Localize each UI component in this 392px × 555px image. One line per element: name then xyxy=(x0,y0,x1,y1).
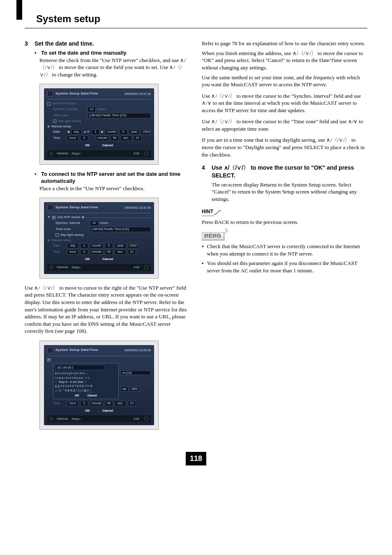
year-label: year xyxy=(115,243,126,249)
sec-value: 21 xyxy=(128,401,136,406)
time-label: Time xyxy=(53,401,65,406)
minute-value: 50 xyxy=(105,249,113,255)
bullet-dot: • xyxy=(35,49,38,57)
tz-value[interactable]: [-08:00] Pacific Time [US] xyxy=(90,227,151,232)
manual-setup-label: Manual setup xyxy=(51,124,71,129)
year-label: year xyxy=(129,129,140,135)
right-p2: When you finish entering the address, us… xyxy=(202,50,367,71)
ntp-body2: Use ∧/〈/∨/〉 to move to cursor to the rig… xyxy=(25,284,190,335)
screen-breadcrumb: System Setup Date/Time xyxy=(55,205,98,210)
step-number: 4 xyxy=(202,164,208,180)
title-rule xyxy=(25,28,367,28)
manual-heading: To set the date and time manually xyxy=(41,49,127,57)
page-title: System setup xyxy=(36,12,367,25)
two-column-layout: 3 Set the date and time. • To set the da… xyxy=(25,40,367,435)
screen-2-inner: System Setup Date/Time 2003/05/01 02:51:… xyxy=(44,202,154,274)
screen-logo-icon xyxy=(47,348,53,353)
hint-label: HINT xyxy=(202,208,214,216)
screen-ok-button[interactable]: OK xyxy=(85,257,90,262)
memo-label: MEMO xyxy=(202,232,224,240)
minute-label: minute xyxy=(96,136,109,141)
foot-time: 0:00 xyxy=(134,417,139,421)
ntp-checkbox-checked[interactable] xyxy=(52,216,55,219)
sec-label: sec. xyxy=(120,136,132,141)
right-p1: Refer to page 78 for an explanation of h… xyxy=(202,40,367,47)
step-4-header: 4 Use ∧/〈/∨/〉 to move the cursor to "OK"… xyxy=(202,164,367,180)
left-column: 3 Set the date and time. • To set the da… xyxy=(25,40,190,435)
char-row-2[interactable]: / o p q r s t u v w x y z . < > xyxy=(55,376,117,380)
tz-partial: ne [US] xyxy=(120,371,151,375)
year-value[interactable]: 2003 xyxy=(141,129,151,135)
character-entry-popup[interactable]: 101.184.80.1 a b c d e f g h i j k l m n… xyxy=(53,363,119,399)
hours-value[interactable]: 12 xyxy=(90,221,98,226)
right-p6: If you are in a time zone that is using … xyxy=(202,136,367,158)
month-value: 5 xyxy=(105,243,113,249)
ear-label: ear xyxy=(120,387,129,391)
screen-cancel-button[interactable]: Cancel xyxy=(102,257,113,262)
address-input[interactable]: 101.184.80.1 xyxy=(55,365,104,370)
screenshot-2: System Setup Date/Time 2003/05/01 02:51:… xyxy=(39,198,159,278)
daylight-checkbox[interactable] xyxy=(55,233,59,237)
char-row-1[interactable]: a b c d e f g h i j k l m n … xyxy=(55,371,117,375)
time-label: Time xyxy=(53,136,65,140)
char-ok-button[interactable]: OK xyxy=(75,394,79,397)
hour-value: 2 xyxy=(80,249,88,255)
step-number: 3 xyxy=(25,40,30,48)
date-label: Date xyxy=(53,130,65,134)
sec-label: sec. xyxy=(115,249,126,255)
char-row-4[interactable]: [( )] 1 2 3 4 5 6 7 8 9 0 = !+ !# xyxy=(55,384,117,388)
time-label: Time xyxy=(53,250,65,254)
pause-icon xyxy=(144,265,148,269)
foot-time: 0:00 xyxy=(134,265,139,269)
foot-time: 0:00 xyxy=(134,152,139,155)
screen-timestamp: 2003/05/01 02:52:58 xyxy=(125,348,151,352)
right-p4: Use ∧/〈/∨/〉 to move the cursor to the "S… xyxy=(202,92,367,114)
foot-track: Allegro xyxy=(71,265,81,269)
tz-value[interactable]: [-08:00] Pacific Time [US] xyxy=(88,113,151,118)
page-number: 118 xyxy=(186,452,206,465)
screen-breadcrumb: System Setup Date/Time xyxy=(55,92,98,96)
use-ntp-label: Use NTP server xyxy=(52,101,76,106)
screen-timestamp: 2003/05/01 02:51:50 xyxy=(125,206,151,210)
day-value: 1 xyxy=(80,243,88,249)
foot-logo-icon xyxy=(50,266,53,269)
char-cancel-button[interactable]: Cancel xyxy=(88,394,97,397)
synchro-label: Synchro. interval xyxy=(53,107,86,112)
pause-icon xyxy=(144,152,148,156)
manual-setup-label: Manual setup xyxy=(51,238,71,243)
sec-value[interactable]: 21 xyxy=(134,136,142,141)
bullet-manual: • To set the date and time manually xyxy=(35,49,190,57)
ntp-checkbox-checked[interactable] xyxy=(47,358,51,362)
hour-value[interactable]: 2 xyxy=(80,136,88,141)
foot-brand: YAMANA xyxy=(56,417,68,421)
minute-label: minute xyxy=(90,401,103,406)
month-label: month xyxy=(90,243,103,249)
screen-cancel-button[interactable]: Cancel xyxy=(102,143,113,148)
hour-label: hour xyxy=(67,136,78,141)
year-value: 2003 xyxy=(128,243,138,249)
day-value[interactable]: 1 xyxy=(91,129,99,135)
synchro-label: Synchro. interval xyxy=(55,221,88,226)
daylight-checkbox[interactable] xyxy=(53,120,56,123)
hint-tail-icon xyxy=(214,210,221,215)
hour-label: hour xyxy=(67,401,78,406)
use-ntp-label: Use NTP server xyxy=(57,215,81,220)
ntp-address-field[interactable] xyxy=(86,217,151,218)
foot-track: Allegro xyxy=(71,417,81,421)
hint-body: Press BACK to return to the previous scr… xyxy=(202,219,367,226)
memo-tail-icon xyxy=(225,228,229,234)
char-row-3[interactable]: ← bksp A↔a del clear → xyxy=(55,380,117,384)
ntp-checkbox[interactable] xyxy=(47,102,51,106)
screen-ok-button[interactable]: OK xyxy=(85,409,90,413)
step-title: Set the date and time. xyxy=(35,40,94,48)
screen-timestamp: 2003/05/01 02:51:30 xyxy=(125,92,151,96)
ntp-heading: To connect to the NTP server and set the… xyxy=(41,170,190,185)
month-value[interactable]: 5 xyxy=(119,129,127,135)
screen-logo-icon xyxy=(47,205,53,210)
screen-cancel-button[interactable]: Cancel xyxy=(102,409,113,413)
hours-value[interactable]: 12 xyxy=(88,107,96,112)
minute-value[interactable]: 50 xyxy=(111,136,119,141)
screen-ok-button[interactable]: OK xyxy=(85,143,90,148)
char-row-5[interactable]: — \ | ' " # $ % & * ( ) ? @ | ^_ xyxy=(55,389,117,392)
step-title: Use ∧/〈/∨/〉 to move the cursor to "OK" a… xyxy=(212,164,367,180)
